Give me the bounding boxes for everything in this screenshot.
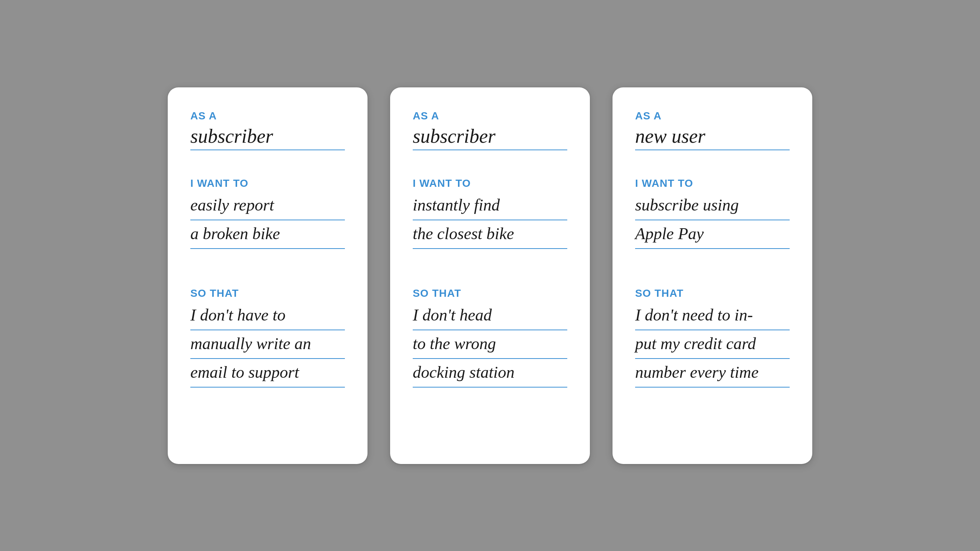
user-story-card-2: AS AsubscriberI WANT TOinstantly findthe… (390, 87, 590, 464)
so-that-label-card-2: SO THAT (413, 287, 567, 299)
as-a-label-card-1: AS A (190, 110, 345, 122)
so-block-card-3: I don't need to in-put my credit cardnum… (635, 302, 790, 389)
as-a-label-card-2: AS A (413, 110, 567, 122)
want-line-2-card-1: a broken bike (190, 221, 345, 249)
so-line-2-card-1: manually write an (190, 331, 345, 359)
so-line-3-card-3: number every time (635, 360, 790, 387)
want-line-2-card-3: Apple Pay (635, 221, 790, 249)
so-block-card-2: I don't headto the wrongdocking station (413, 302, 567, 389)
role-text-card-3: new user (635, 125, 790, 150)
want-line-1-card-3: subscribe using (635, 192, 790, 220)
want-block-card-3: subscribe usingApple Pay (635, 192, 790, 250)
want-line-1-card-2: instantly find (413, 192, 567, 220)
want-line-1-card-1: easily report (190, 192, 345, 220)
user-story-card-1: AS AsubscriberI WANT TOeasily reporta br… (168, 87, 368, 464)
want-line-2-card-2: the closest bike (413, 221, 567, 249)
user-story-card-3: AS Anew userI WANT TOsubscribe usingAppl… (612, 87, 812, 464)
so-line-2-card-2: to the wrong (413, 331, 567, 359)
so-that-label-card-1: SO THAT (190, 287, 345, 299)
want-block-card-1: easily reporta broken bike (190, 192, 345, 250)
cards-container: AS AsubscriberI WANT TOeasily reporta br… (145, 65, 835, 487)
so-line-1-card-3: I don't need to in- (635, 302, 790, 330)
as-a-label-card-3: AS A (635, 110, 790, 122)
so-line-1-card-1: I don't have to (190, 302, 345, 330)
so-that-label-card-3: SO THAT (635, 287, 790, 299)
so-line-3-card-2: docking station (413, 360, 567, 387)
role-text-card-1: subscriber (190, 125, 345, 150)
i-want-to-label-card-2: I WANT TO (413, 177, 567, 189)
so-block-card-1: I don't have tomanually write anemail to… (190, 302, 345, 389)
role-text-card-2: subscriber (413, 125, 567, 150)
so-line-3-card-1: email to support (190, 360, 345, 387)
so-line-1-card-2: I don't head (413, 302, 567, 330)
so-line-2-card-3: put my credit card (635, 331, 790, 359)
i-want-to-label-card-1: I WANT TO (190, 177, 345, 189)
i-want-to-label-card-3: I WANT TO (635, 177, 790, 189)
want-block-card-2: instantly findthe closest bike (413, 192, 567, 250)
